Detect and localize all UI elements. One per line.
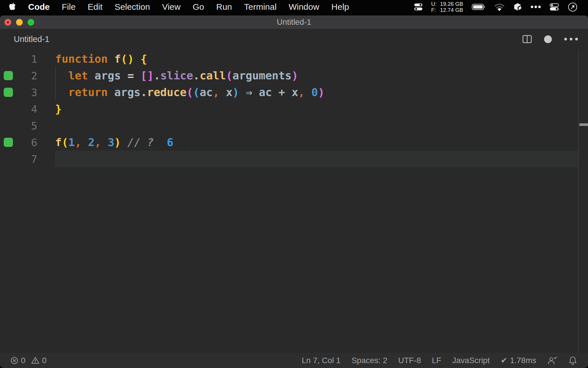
status-cursor-position[interactable]: Ln 7, Col 1 [302, 356, 341, 365]
code-token: 6 [167, 136, 173, 149]
cursor-position-marker [579, 123, 588, 126]
code-text: f(1, 2, 3) // ? 6 [55, 136, 173, 149]
menu-item-go[interactable]: Go [193, 2, 204, 12]
more-dots-icon[interactable] [531, 5, 541, 8]
macos-menu-bar: Code FileEditSelectionViewGoRunTerminalW… [0, 0, 588, 14]
code-token: x [226, 86, 233, 99]
problems-status[interactable]: 0 0 [10, 356, 47, 365]
code-token [108, 53, 114, 65]
code-line[interactable]: 1function f() { [0, 51, 588, 67]
minimize-button[interactable] [16, 19, 23, 26]
code-text: } [55, 103, 62, 115]
menu-item-run[interactable]: Run [216, 2, 232, 12]
code-token: return [68, 86, 108, 99]
menu-item-edit[interactable]: Edit [88, 2, 102, 12]
code-editor[interactable]: 1function f() {2 let args = [].slice.cal… [0, 49, 588, 353]
menu-item-selection[interactable]: Selection [115, 2, 150, 12]
perf-value: 1.78ms [510, 356, 536, 365]
code-token: reduce [147, 86, 186, 99]
code-token [134, 53, 141, 65]
code-token: ⇒ [246, 86, 252, 99]
bell-icon[interactable] [568, 356, 577, 365]
code-token: [ [140, 69, 147, 82]
menu-item-window[interactable]: Window [289, 2, 319, 12]
menu-item-file[interactable]: File [62, 2, 76, 12]
overview-ruler[interactable] [578, 49, 588, 353]
code-token: function [55, 53, 108, 65]
code-token [134, 69, 141, 82]
more-actions-icon[interactable] [564, 37, 578, 41]
code-token: f [55, 136, 62, 149]
warning-icon [31, 356, 40, 364]
line-number: 1 [17, 53, 37, 65]
code-token: ) [292, 69, 298, 82]
code-token: ) [233, 86, 239, 99]
status-language[interactable]: JavaScript [452, 356, 490, 365]
code-token: slice [160, 69, 193, 82]
code-token: 0 [312, 86, 318, 99]
menu-item-view[interactable]: View [162, 2, 180, 12]
menu-item-terminal[interactable]: Terminal [244, 2, 276, 12]
code-token: ( [121, 53, 127, 65]
code-line[interactable]: 7 [0, 151, 588, 167]
zoom-button[interactable] [28, 19, 34, 26]
line-number: 5 [17, 120, 37, 132]
code-token: ( [62, 136, 68, 149]
code-token: = [127, 69, 134, 82]
line-number: 4 [17, 103, 37, 115]
code-line[interactable]: 6f(1, 2, 3) // ? 6 [0, 134, 588, 151]
apple-logo-icon[interactable] [9, 3, 16, 11]
editor-tab-row[interactable]: Untitled-1 [0, 29, 588, 49]
status-eol[interactable]: LF [432, 356, 441, 365]
code-token: } [55, 103, 62, 115]
code-text: let args = [].slice.call(arguments) [55, 69, 298, 82]
split-editor-icon[interactable] [522, 34, 532, 44]
cube-app-icon[interactable] [513, 3, 522, 11]
stats-toggles-icon[interactable] [414, 3, 423, 11]
compass-arrow-icon[interactable] [568, 2, 578, 12]
gutter [0, 71, 17, 80]
code-token [108, 86, 114, 99]
code-token: 3 [108, 136, 114, 149]
wifi-icon[interactable] [494, 3, 505, 11]
code-token [55, 69, 68, 82]
status-indentation[interactable]: Spaces: 2 [351, 356, 387, 365]
code-token: // [127, 136, 141, 149]
code-token: ) [127, 53, 134, 65]
unsaved-edit-dot [7, 21, 9, 24]
unsaved-indicator-dot[interactable] [544, 35, 552, 43]
code-token: { [140, 53, 147, 65]
code-token: . [193, 69, 200, 82]
code-token [121, 69, 127, 82]
quokka-coverage-indicator [4, 138, 13, 147]
code-token: 2 [88, 136, 94, 149]
battery-icon[interactable] [472, 3, 486, 11]
code-token: ] [147, 69, 154, 82]
check-icon: ✔ [501, 356, 507, 365]
control-center-icon[interactable] [550, 3, 559, 11]
error-icon [10, 356, 18, 365]
code-token [121, 136, 127, 149]
menu-item-help[interactable]: Help [331, 2, 349, 12]
code-token: arguments [233, 69, 292, 82]
quokka-perf-status[interactable]: ✔ 1.78ms [501, 356, 536, 365]
tab-label: Untitled-1 [14, 34, 49, 44]
code-line[interactable]: 3 return args.reduce((ac, x) ⇒ ac + x, 0… [0, 84, 588, 101]
code-token: ( [187, 86, 193, 99]
feedback-person-icon[interactable] [547, 356, 558, 365]
gutter [0, 138, 17, 147]
code-token [154, 136, 167, 149]
code-line[interactable]: 5 [0, 117, 588, 134]
code-token: call [200, 69, 226, 82]
status-encoding[interactable]: UTF-8 [398, 356, 421, 365]
line-number: 6 [17, 137, 37, 148]
code-line[interactable]: 2 let args = [].slice.call(arguments) [0, 67, 588, 84]
window-title-bar[interactable]: Untitled-1 [0, 16, 588, 29]
memory-usage-readout[interactable]: U: 19.26 GB F: 12.74 GB [431, 1, 463, 13]
code-line[interactable]: 4} [0, 101, 588, 117]
menu-item-code[interactable]: Code [28, 2, 50, 12]
close-button[interactable] [5, 19, 11, 26]
code-token [55, 86, 68, 99]
code-token [285, 86, 292, 99]
code-token: ) [318, 86, 324, 99]
